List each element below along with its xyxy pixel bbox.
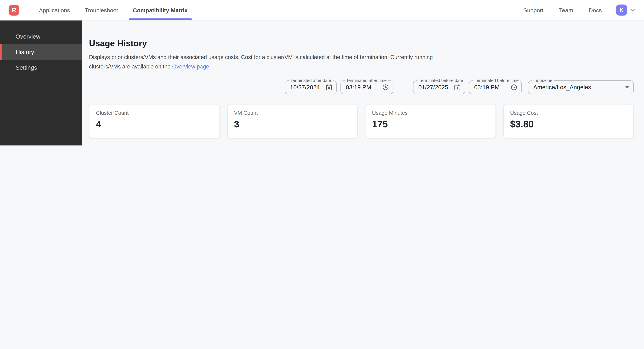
tab-applications[interactable]: Applications [32,0,78,20]
replicated-logo[interactable]: R [8,5,19,15]
stat-cards: Cluster Count 4 VM Count 3 Usage Minutes… [89,104,634,139]
top-navigation-bar: R Applications Troubleshoot Compatibilit… [0,0,644,20]
main-content: Usage History Displays prior clusters/VM… [82,20,644,145]
stat-card-usage-cost: Usage Cost $3.80 [503,104,634,139]
terminated-after-date-field[interactable]: Terminated after date 10/27/2024 [285,80,337,94]
field-value: America/Los_Angeles [533,84,622,90]
stat-value: $3.80 [510,119,627,130]
date-range-separator: — [400,84,406,90]
stat-value: 4 [96,119,213,130]
field-value: 01/27/2025 [418,84,451,90]
calendar-icon[interactable] [326,84,332,90]
stat-card-usage-minutes: Usage Minutes 175 [365,104,496,139]
filters-row: Terminated after date 10/27/2024 Termina… [89,80,634,94]
topbar-right: Support Team Docs K [516,4,644,15]
clock-icon[interactable] [382,84,389,90]
terminated-after-time-field[interactable]: Terminated after time 03:19 PM [340,80,394,94]
tab-troubleshoot[interactable]: Troubleshoot [77,0,125,20]
tab-label: Compatibility Matrix [133,7,188,13]
tab-compatibility-matrix[interactable]: Compatibility Matrix [126,0,195,20]
stat-label: Cluster Count [96,110,213,116]
description-line-2: clusters/VMs are available on the [89,63,172,70]
stat-card-vm-count: VM Count 3 [227,104,358,139]
primary-tabs: Applications Troubleshoot Compatibility … [32,0,195,20]
link-support[interactable]: Support [516,7,551,13]
chevron-down-icon[interactable] [630,7,636,13]
app-window: R Applications Troubleshoot Compatibilit… [0,0,644,145]
field-label: Terminated after time [344,78,388,83]
field-value: 10/27/2024 [290,84,322,90]
field-value: 03:19 PM [346,84,379,90]
stat-value: 3 [234,119,351,130]
clock-icon[interactable] [511,84,517,90]
overview-page-link[interactable]: Overview page [172,63,209,70]
calendar-icon[interactable] [454,84,460,90]
description-line-1: Displays prior clusters/VMs and their as… [89,54,433,60]
terminated-before-time-field[interactable]: Terminated before time 03:19 PM [469,80,522,94]
description-period: . [209,63,210,70]
field-label: Terminated before time [473,78,520,83]
sidebar-item-overview[interactable]: Overview [0,29,82,44]
page-description: Displays prior clusters/VMs and their as… [89,52,634,71]
stat-label: VM Count [234,110,351,116]
sidebar-item-history[interactable]: History [0,44,82,60]
sidebar-menu: Overview History Settings [0,29,82,75]
stat-label: Usage Cost [510,110,627,116]
field-label: Terminated after date [289,78,333,83]
field-label: Timezone [532,78,554,83]
terminated-before-date-field[interactable]: Terminated before date 01/27/2025 [413,80,465,94]
sidebar-item-settings[interactable]: Settings [0,60,82,75]
link-docs[interactable]: Docs [581,7,610,13]
field-value: 03:19 PM [474,84,507,90]
page-title: Usage History [89,38,634,48]
link-team[interactable]: Team [551,7,581,13]
active-tab-indicator [129,18,192,20]
dropdown-arrow-icon [625,86,629,88]
stat-card-cluster-count: Cluster Count 4 [89,104,220,139]
sidebar: Overview History Settings [0,20,82,145]
stat-value: 175 [372,119,489,130]
timezone-select[interactable]: Timezone America/Los_Angeles [528,80,634,94]
field-label: Terminated before date [417,78,465,83]
stat-label: Usage Minutes [372,110,489,116]
user-avatar[interactable]: K [616,4,627,15]
